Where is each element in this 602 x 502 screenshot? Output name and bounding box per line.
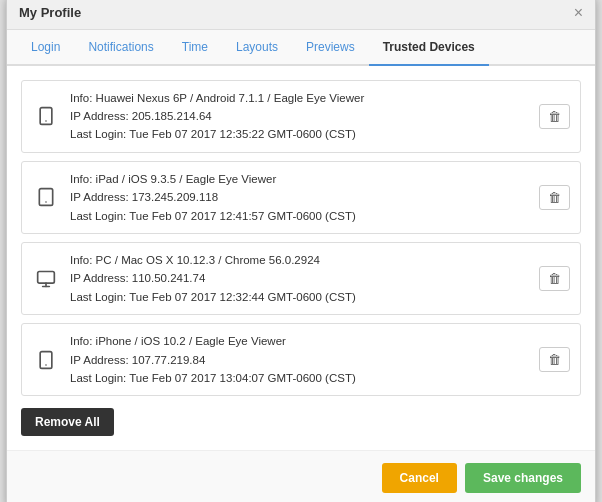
device-info-line2: IP Address: 110.50.241.74 bbox=[70, 269, 539, 287]
delete-device-button[interactable]: 🗑 bbox=[539, 104, 570, 129]
device-info-line3: Last Login: Tue Feb 07 2017 12:41:57 GMT… bbox=[70, 207, 539, 225]
delete-device-button[interactable]: 🗑 bbox=[539, 266, 570, 291]
svg-rect-4 bbox=[38, 271, 55, 283]
modal-header: My Profile × bbox=[7, 0, 595, 30]
device-info-line3: Last Login: Tue Feb 07 2017 12:32:44 GMT… bbox=[70, 288, 539, 306]
modal-title: My Profile bbox=[19, 5, 81, 20]
svg-rect-0 bbox=[40, 108, 52, 125]
device-info-line3: Last Login: Tue Feb 07 2017 13:04:07 GMT… bbox=[70, 369, 539, 387]
cancel-button[interactable]: Cancel bbox=[382, 463, 457, 493]
tab-layouts[interactable]: Layouts bbox=[222, 30, 292, 66]
remove-all-button[interactable]: Remove All bbox=[21, 408, 114, 436]
tab-bar: Login Notifications Time Layouts Preview… bbox=[7, 30, 595, 66]
device-item: Info: iPad / iOS 9.3.5 / Eagle Eye Viewe… bbox=[21, 161, 581, 234]
device-info-line1: Info: Huawei Nexus 6P / Android 7.1.1 / … bbox=[70, 89, 539, 107]
modal-body: Info: Huawei Nexus 6P / Android 7.1.1 / … bbox=[7, 66, 595, 451]
device-info: Info: Huawei Nexus 6P / Android 7.1.1 / … bbox=[70, 89, 539, 144]
tab-login[interactable]: Login bbox=[17, 30, 74, 66]
device-info-line2: IP Address: 205.185.214.64 bbox=[70, 107, 539, 125]
tab-trusted-devices[interactable]: Trusted Devices bbox=[369, 30, 489, 66]
close-button[interactable]: × bbox=[574, 5, 583, 21]
device-info: Info: PC / Mac OS X 10.12.3 / Chrome 56.… bbox=[70, 251, 539, 306]
device-info: Info: iPhone / iOS 10.2 / Eagle Eye View… bbox=[70, 332, 539, 387]
my-profile-modal: My Profile × Login Notifications Time La… bbox=[6, 0, 596, 502]
device-info-line2: IP Address: 107.77.219.84 bbox=[70, 351, 539, 369]
save-changes-button[interactable]: Save changes bbox=[465, 463, 581, 493]
tablet-icon bbox=[32, 187, 60, 207]
modal-footer: Cancel Save changes bbox=[7, 450, 595, 502]
device-info-line3: Last Login: Tue Feb 07 2017 12:35:22 GMT… bbox=[70, 125, 539, 143]
tab-time[interactable]: Time bbox=[168, 30, 222, 66]
device-list: Info: Huawei Nexus 6P / Android 7.1.1 / … bbox=[21, 80, 581, 397]
delete-device-button[interactable]: 🗑 bbox=[539, 347, 570, 372]
device-item: Info: Huawei Nexus 6P / Android 7.1.1 / … bbox=[21, 80, 581, 153]
device-info-line1: Info: iPhone / iOS 10.2 / Eagle Eye View… bbox=[70, 332, 539, 350]
mobile-icon bbox=[32, 350, 60, 370]
device-item: Info: iPhone / iOS 10.2 / Eagle Eye View… bbox=[21, 323, 581, 396]
desktop-icon bbox=[32, 269, 60, 289]
mobile-icon bbox=[32, 106, 60, 126]
delete-device-button[interactable]: 🗑 bbox=[539, 185, 570, 210]
svg-rect-7 bbox=[40, 351, 52, 368]
tab-notifications[interactable]: Notifications bbox=[74, 30, 167, 66]
device-info-line2: IP Address: 173.245.209.118 bbox=[70, 188, 539, 206]
device-info: Info: iPad / iOS 9.3.5 / Eagle Eye Viewe… bbox=[70, 170, 539, 225]
tab-previews[interactable]: Previews bbox=[292, 30, 369, 66]
device-info-line1: Info: iPad / iOS 9.3.5 / Eagle Eye Viewe… bbox=[70, 170, 539, 188]
device-item: Info: PC / Mac OS X 10.12.3 / Chrome 56.… bbox=[21, 242, 581, 315]
device-info-line1: Info: PC / Mac OS X 10.12.3 / Chrome 56.… bbox=[70, 251, 539, 269]
